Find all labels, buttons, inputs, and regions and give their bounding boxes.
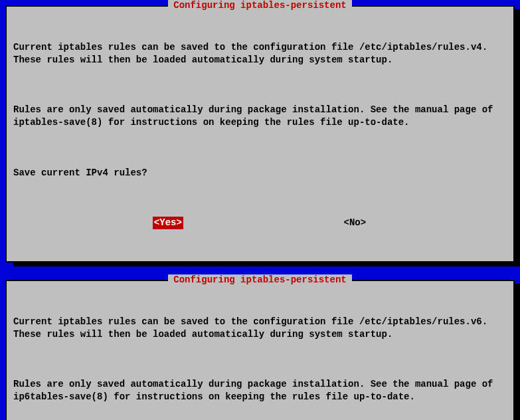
no-button[interactable]: <No> bbox=[343, 217, 368, 229]
dialog-question: Save current IPv4 rules? bbox=[13, 167, 507, 179]
dialog-paragraph-2: Rules are only saved automatically durin… bbox=[13, 104, 507, 129]
dialog-paragraph-1: Current iptables rules can be saved to t… bbox=[13, 316, 507, 341]
dialog-ipv6: Configuring iptables-persistent Current … bbox=[5, 280, 515, 420]
dialog-ipv4: Configuring iptables-persistent Current … bbox=[5, 5, 515, 262]
dialog-paragraph-2: Rules are only saved automatically durin… bbox=[13, 378, 507, 403]
dialog-paragraph-1: Current iptables rules can be saved to t… bbox=[13, 41, 507, 66]
dialog-title: Configuring iptables-persistent bbox=[168, 0, 351, 11]
yes-button[interactable]: <Yes> bbox=[153, 217, 183, 229]
dialog-title: Configuring iptables-persistent bbox=[168, 274, 351, 285]
